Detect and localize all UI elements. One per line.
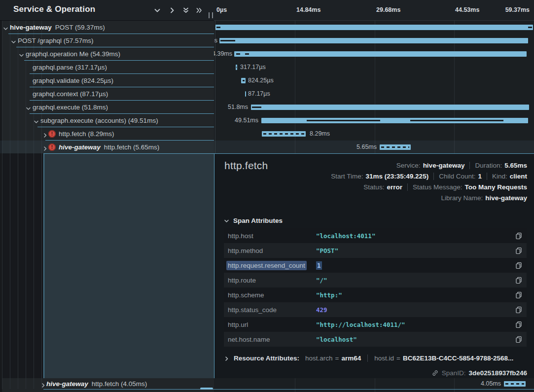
span-row[interactable]: POST /graphql (57.57ms) 57.57ms (0, 34, 534, 47)
attribute-row[interactable]: http.method "POST" (224, 243, 527, 258)
copy-icon[interactable] (515, 232, 522, 240)
chevron-down-icon[interactable] (19, 51, 24, 57)
span-bar[interactable] (261, 118, 528, 123)
span-bar[interactable] (245, 91, 246, 97)
collapse-one-icon[interactable] (153, 6, 161, 14)
chevron-down-icon[interactable] (11, 38, 16, 43)
attribute-value: 1 (316, 261, 322, 270)
span-label: http.fetch (4.05ms) (92, 380, 147, 388)
chevron-right-icon[interactable] (42, 144, 48, 150)
attribute-key: http.method (228, 247, 263, 254)
span-row[interactable]: graphql.validate (824.25µs) 824.25µs (0, 74, 534, 87)
span-bar[interactable] (262, 131, 306, 137)
span-row[interactable]: ! http.fetch (8.29ms) 8.29ms (0, 127, 534, 141)
attribute-key: http.host (228, 232, 253, 240)
chevron-down-icon[interactable] (34, 118, 39, 123)
collapse-all-icon[interactable] (182, 6, 190, 14)
chevron-down-icon[interactable] (3, 25, 8, 30)
span-bar[interactable] (236, 65, 237, 70)
attribute-value: "POST" (316, 247, 338, 254)
attribute-value: "/" (316, 277, 327, 284)
scrollbar-thumb[interactable] (200, 388, 213, 390)
duration-label: 51.8ms (214, 101, 248, 114)
copy-icon[interactable] (515, 291, 522, 299)
attribute-row[interactable]: http.request.resend_count 1 (224, 258, 527, 273)
copy-icon[interactable] (515, 247, 522, 254)
panel-resize-handle[interactable] (209, 12, 213, 18)
expand-all-icon[interactable] (195, 6, 203, 14)
span-bar[interactable] (380, 144, 411, 150)
link-icon[interactable] (431, 369, 439, 377)
span-bar[interactable] (241, 78, 246, 83)
span-label: http.fetch (8.29ms) (59, 130, 114, 138)
attribute-row[interactable]: http.status_code 429 (224, 302, 527, 317)
timeline-axis: 0µs 14.84ms 29.68ms 44.53ms 59.37ms (214, 0, 534, 21)
span-row[interactable]: graphql.parse (317.17µs) 317.17µs (0, 61, 534, 74)
chevron-right-icon[interactable] (42, 131, 48, 137)
resource-attributes-toggle[interactable]: Resource Attributes: host.arch = arm64 h… (224, 351, 527, 365)
span-bar[interactable] (234, 51, 527, 57)
span-detail-panel: http.fetch Service:hive-gateway Duration… (214, 154, 534, 378)
axis-tick: 29.68ms (376, 0, 400, 20)
span-bar[interactable] (215, 25, 533, 30)
span-row[interactable]: hive-gatewayPOST (59.37ms) (0, 21, 534, 34)
span-label: subgraph.execute (accounts) (49.51ms) (40, 117, 158, 124)
attribute-key: net.host.name (228, 336, 270, 343)
tree-header: Service & Operation (0, 0, 214, 21)
axis-tick: 14.84ms (296, 0, 320, 20)
copy-icon[interactable] (515, 277, 522, 284)
detail-title: http.fetch (224, 160, 268, 172)
span-attributes-toggle[interactable]: Span Attributes (224, 217, 283, 224)
span-label: graphql.parse (317.17µs) (33, 64, 107, 71)
chevron-down-icon (224, 218, 229, 223)
chevron-right-icon[interactable] (40, 381, 46, 387)
selected-row-border (43, 153, 534, 154)
span-row[interactable]: hive-gatewayhttp.fetch (4.05ms) 4.05ms (0, 378, 534, 390)
copy-icon[interactable] (515, 262, 522, 269)
expand-one-icon[interactable] (168, 6, 176, 14)
span-bar[interactable] (251, 105, 529, 110)
attribute-row[interactable]: http.scheme "http:" (224, 287, 527, 302)
detail-meta-line: Status:error Status Message:Too Many Req… (363, 181, 527, 192)
span-label: graphql.operation Me (54.39ms) (26, 50, 120, 58)
attribute-key: http.url (228, 321, 248, 328)
span-row[interactable]: graphql.operation Me (54.39ms) 54.39ms (0, 47, 534, 61)
span-service: hive-gateway (10, 24, 52, 31)
attribute-row[interactable]: http.host "localhost:4011" (224, 228, 527, 243)
span-id: SpanID: 3de02518937fb246 (431, 366, 527, 379)
trace-viewer: Service & Operation 0µs 14.84ms 29.68ms … (0, 0, 534, 392)
attribute-row[interactable]: net.host.name "localhost" (224, 332, 527, 347)
span-row[interactable]: graphql.context (87.17µs) 87.17µs (0, 87, 534, 101)
attribute-value: "http:" (316, 291, 342, 299)
copy-icon[interactable] (515, 336, 522, 343)
duration-label: 87.17µs (248, 87, 270, 101)
span-row[interactable]: graphql.execute (51.8ms) 51.8ms (0, 101, 534, 114)
attribute-value: "localhost:4011" (316, 232, 375, 240)
span-row[interactable]: subgraph.execute (accounts) (49.51ms) 49… (0, 114, 534, 127)
attribute-value: 429 (316, 306, 327, 314)
span-row-selected[interactable]: ! hive-gatewayhttp.fetch (5.65ms) 5.65ms (0, 141, 534, 154)
span-attributes-table: http.host "localhost:4011" http.method "… (224, 228, 527, 347)
span-bar[interactable] (219, 38, 528, 43)
span-bar[interactable] (504, 381, 526, 387)
chevron-down-icon[interactable] (26, 105, 31, 110)
copy-icon[interactable] (515, 306, 522, 314)
duration-label: 317.17µs (240, 61, 266, 74)
detail-meta-line: Service:hive-gateway Duration:5.65ms (396, 160, 527, 171)
span-label: graphql.context (87.17µs) (33, 90, 108, 98)
attribute-key: http.status_code (228, 306, 277, 314)
copy-icon[interactable] (515, 321, 522, 328)
detail-meta-line: Start Time:31ms (23:35:49.225) Child Cou… (331, 171, 527, 181)
attribute-row[interactable]: http.route "/" (224, 273, 527, 287)
attribute-key: http.scheme (228, 291, 264, 299)
detail-meta-line: Library Name:hive-gateway (441, 192, 527, 203)
duration-label: 49.51ms (214, 114, 258, 127)
error-icon: ! (48, 130, 56, 138)
attribute-row[interactable]: http.url "http://localhost:4011/" (224, 317, 527, 332)
duration-label: 824.25µs (248, 74, 274, 87)
duration-label: 8.29ms (310, 127, 330, 141)
attribute-key: http.route (228, 277, 256, 284)
span-service: hive-gateway (46, 380, 88, 388)
detail-indent-block (43, 154, 214, 378)
attribute-key-selected: http.request.resend_count (226, 261, 307, 270)
